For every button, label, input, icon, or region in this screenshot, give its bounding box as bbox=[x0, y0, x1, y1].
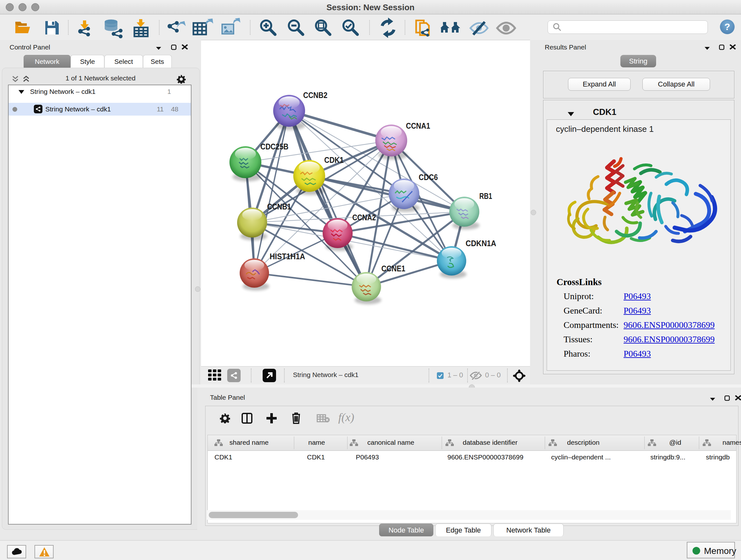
svg-text:CDKN1A: CDKN1A bbox=[466, 239, 496, 248]
svg-text:CCNA1: CCNA1 bbox=[406, 121, 430, 130]
svg-text:CCNB1: CCNB1 bbox=[267, 202, 291, 211]
svg-text:CCNA2: CCNA2 bbox=[352, 213, 376, 222]
svg-text:CCNB2: CCNB2 bbox=[303, 91, 327, 100]
svg-text:CCNE1: CCNE1 bbox=[381, 264, 405, 273]
svg-text:CDC6: CDC6 bbox=[419, 173, 438, 182]
svg-text:CDK1: CDK1 bbox=[324, 155, 344, 165]
svg-text:RB1: RB1 bbox=[479, 192, 492, 200]
svg-text:HIST1H1A: HIST1H1A bbox=[270, 252, 305, 261]
svg-text:CDC25B: CDC25B bbox=[260, 142, 288, 151]
